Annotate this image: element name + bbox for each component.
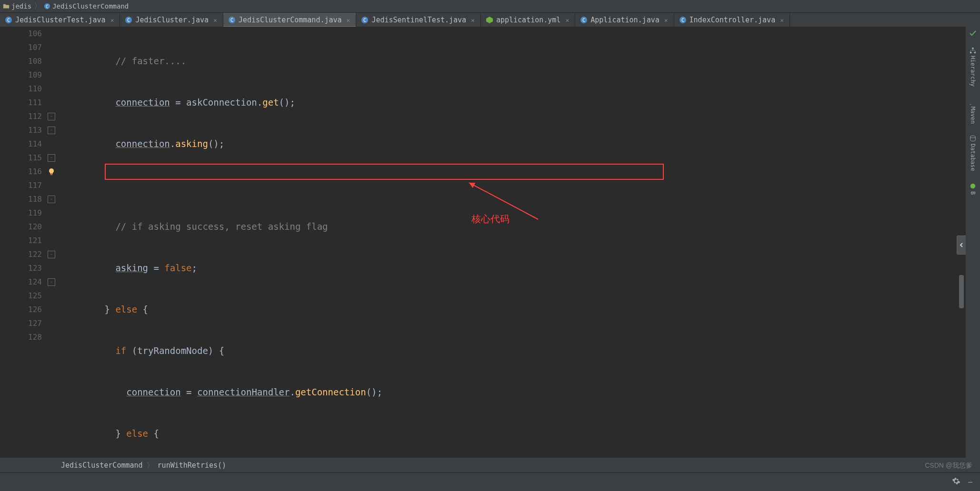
close-icon[interactable]: × xyxy=(471,17,475,24)
tool-hierarchy[interactable]: Hierarchy xyxy=(969,44,977,89)
scrollbar-thumb[interactable] xyxy=(959,275,964,308)
code-line xyxy=(57,178,966,192)
line-number: 118 xyxy=(0,192,42,206)
crumb-class[interactable]: JedisClusterCommand xyxy=(61,461,143,470)
gutter: 1061071081091101111121131141151161171181… xyxy=(0,27,47,473)
tool-maven[interactable]: m Maven xyxy=(969,95,977,127)
chevron-right-icon: 〉 xyxy=(34,2,41,10)
status-divider: — xyxy=(968,478,972,486)
svg-text:C: C xyxy=(127,18,130,23)
close-icon[interactable]: × xyxy=(213,17,217,24)
tab-jedisclustertest[interactable]: C JedisClusterTest.java × xyxy=(0,13,120,27)
svg-text:C: C xyxy=(363,18,366,23)
watermark: CSDN @我恁爹 xyxy=(925,462,972,470)
line-number: 121 xyxy=(0,234,42,247)
code-line: } else { xyxy=(57,427,966,441)
close-icon[interactable]: × xyxy=(565,17,569,24)
line-number: 108 xyxy=(0,54,42,68)
fold-collapse-icon[interactable]: - xyxy=(48,154,55,162)
line-number: 126 xyxy=(0,303,42,316)
folder-icon xyxy=(3,3,10,10)
hierarchy-icon xyxy=(970,47,976,54)
tab-label: JedisCluster.java xyxy=(135,16,209,24)
tool-b[interactable]: B xyxy=(969,180,977,197)
bean-icon xyxy=(970,183,976,189)
line-number: 106 xyxy=(0,27,42,40)
svg-rect-14 xyxy=(50,174,53,175)
nav-class[interactable]: JedisClusterCommand xyxy=(52,2,129,10)
settings-button[interactable] xyxy=(952,477,960,487)
editor[interactable]: 1061071081091101111121131141151161171181… xyxy=(0,27,966,473)
tab-application[interactable]: C Application.java × xyxy=(575,13,674,27)
line-number: 122 xyxy=(0,247,42,261)
fold-column: ------ xyxy=(47,27,57,473)
svg-text:C: C xyxy=(46,4,49,9)
close-icon[interactable]: × xyxy=(347,17,350,24)
tab-label: JedisClusterCommand.java xyxy=(239,16,342,24)
line-number: 110 xyxy=(0,82,42,96)
side-panel-toggle[interactable] xyxy=(957,236,966,255)
tab-application-yml[interactable]: application.yml × xyxy=(481,13,575,27)
tool-database[interactable]: Database xyxy=(969,132,977,174)
tab-label: application.yml xyxy=(496,16,560,24)
svg-text:C: C xyxy=(582,18,585,23)
svg-point-21 xyxy=(970,184,976,189)
tab-label: Application.java xyxy=(590,16,660,24)
line-number: 119 xyxy=(0,206,42,220)
class-icon: C xyxy=(44,3,50,10)
fold-collapse-icon[interactable]: - xyxy=(48,278,55,286)
intention-bulb-icon[interactable] xyxy=(48,167,55,175)
status-bar: — xyxy=(0,472,980,491)
fold-collapse-icon[interactable]: - xyxy=(48,127,55,134)
svg-text:m: m xyxy=(970,103,974,105)
svg-text:C: C xyxy=(7,18,10,23)
close-icon[interactable]: × xyxy=(110,17,114,24)
svg-text:C: C xyxy=(681,18,684,23)
editor-tabs: C JedisClusterTest.java × C JedisCluster… xyxy=(0,13,980,28)
close-icon[interactable]: × xyxy=(780,17,784,24)
line-number: 127 xyxy=(0,316,42,330)
chevron-left-icon xyxy=(959,243,964,247)
database-icon xyxy=(970,135,976,142)
fold-collapse-icon[interactable]: - xyxy=(48,196,55,203)
svg-rect-18 xyxy=(974,52,976,54)
code-breadcrumb: JedisClusterCommand 〉 runWithRetries() xyxy=(0,457,966,473)
line-number: 112 xyxy=(0,109,42,123)
yml-icon xyxy=(486,16,493,24)
line-number: 128 xyxy=(0,330,42,344)
nav-folder[interactable]: jedis xyxy=(11,2,31,10)
fold-collapse-icon[interactable]: - xyxy=(48,113,55,120)
line-number: 117 xyxy=(0,178,42,192)
code-line: connection.asking(); xyxy=(57,137,966,151)
line-number: 120 xyxy=(0,220,42,234)
code-area[interactable]: // faster.... connection = askConnection… xyxy=(57,27,966,473)
crumb-method[interactable]: runWithRetries() xyxy=(158,461,227,470)
breadcrumb: jedis 〉 C JedisClusterCommand xyxy=(0,0,980,13)
fold-collapse-icon[interactable]: - xyxy=(48,251,55,258)
code-line: // faster.... xyxy=(57,54,966,68)
line-number: 124 xyxy=(0,275,42,289)
line-number: 123 xyxy=(0,261,42,275)
svg-text:C: C xyxy=(230,18,233,23)
line-number: 114 xyxy=(0,137,42,151)
code-line: connection = askConnection.get(); xyxy=(57,96,966,109)
svg-point-20 xyxy=(970,136,976,137)
line-number: 107 xyxy=(0,40,42,54)
java-class-icon: C xyxy=(679,16,687,24)
tab-jedissentineltest[interactable]: C JedisSentinelTest.java × xyxy=(356,13,481,27)
line-number: 111 xyxy=(0,96,42,109)
tab-jedisclustercommand[interactable]: C JedisClusterCommand.java × xyxy=(223,13,357,27)
java-class-icon: C xyxy=(580,16,588,24)
inspection-ok-icon[interactable] xyxy=(969,29,977,39)
tab-indexcontroller[interactable]: C IndexController.java × xyxy=(674,13,790,27)
code-line: } else { xyxy=(57,303,966,316)
code-line: asking = false; xyxy=(57,261,966,275)
java-class-icon: C xyxy=(125,16,132,24)
gear-icon xyxy=(952,477,960,485)
tab-jediscluster[interactable]: C JedisCluster.java × xyxy=(120,13,223,27)
maven-icon: m xyxy=(970,98,976,105)
line-number: 113 xyxy=(0,123,42,137)
close-icon[interactable]: × xyxy=(664,17,668,24)
tab-label: JedisClusterTest.java xyxy=(15,16,106,24)
line-number: 109 xyxy=(0,68,42,82)
